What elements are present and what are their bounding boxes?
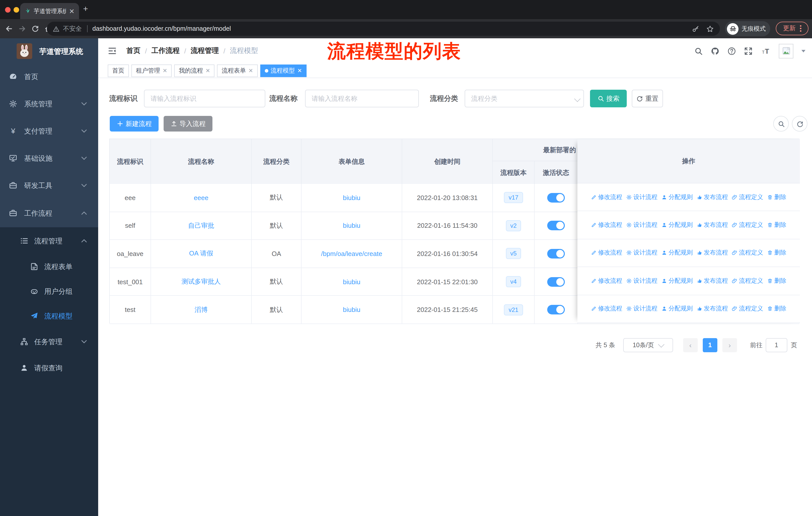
design-process-action[interactable]: 设计流程 (626, 277, 658, 285)
prev-page-button[interactable]: ‹ (683, 338, 698, 352)
tag-my-process[interactable]: 我的流程✕ (174, 64, 214, 77)
new-tab-button[interactable]: + (83, 4, 88, 14)
search-icon[interactable] (694, 47, 703, 55)
toggle-search-button[interactable] (773, 116, 789, 132)
sidebar-item-leave-query[interactable]: 请假查询 (0, 355, 98, 380)
edit-process-action[interactable]: 修改流程 (591, 305, 622, 313)
version-badge[interactable]: v21 (504, 304, 523, 315)
design-process-action[interactable]: 设计流程 (626, 305, 658, 313)
active-toggle[interactable] (547, 277, 565, 287)
tab-close-icon[interactable]: ✕ (69, 8, 75, 15)
macos-minimize-button[interactable] (13, 7, 19, 12)
process-name-link[interactable]: 自己审批 (188, 221, 214, 230)
active-toggle[interactable] (547, 193, 565, 202)
process-definition-action[interactable]: 流程定义 (732, 193, 763, 201)
search-button[interactable]: 搜索 (590, 90, 627, 107)
password-key-icon[interactable] (692, 25, 699, 32)
sidebar-item-task-management[interactable]: 任务管理 (0, 329, 98, 354)
publish-process-action[interactable]: 发布流程 (697, 221, 728, 229)
assign-rule-action[interactable]: 分配规则 (662, 221, 693, 229)
github-icon[interactable] (711, 47, 719, 55)
font-size-icon[interactable] (761, 47, 771, 55)
assign-rule-action[interactable]: 分配规则 (662, 249, 693, 257)
page-size-select[interactable]: 10条/页 (623, 338, 673, 352)
tag-close-icon[interactable]: ✕ (205, 68, 210, 73)
help-icon[interactable] (727, 47, 736, 55)
active-toggle[interactable] (547, 221, 565, 230)
edit-process-action[interactable]: 修改流程 (591, 249, 622, 257)
reload-icon[interactable] (31, 25, 39, 33)
publish-process-action[interactable]: 发布流程 (697, 305, 728, 313)
browser-menu-icon[interactable] (800, 28, 801, 29)
fullscreen-icon[interactable] (744, 47, 753, 55)
process-definition-action[interactable]: 流程定义 (732, 305, 763, 313)
form-link[interactable]: biubiu (343, 278, 360, 286)
address-bar[interactable]: 不安全 dashboard.yudao.iocoder.cn/bpm/manag… (47, 22, 720, 36)
process-name-link[interactable]: OA 请假 (189, 249, 213, 258)
tag-tenant[interactable]: 租户管理✕ (132, 64, 172, 77)
browser-tab[interactable]: 芋道管理系统 ✕ (20, 3, 79, 19)
avatar-caret-icon[interactable] (802, 50, 806, 52)
forward-icon[interactable] (18, 25, 26, 33)
delete-action[interactable]: 删除 (767, 277, 786, 285)
bookmark-star-icon[interactable] (706, 25, 714, 32)
active-toggle[interactable] (547, 305, 565, 315)
publish-process-action[interactable]: 发布流程 (697, 193, 728, 201)
sidebar-item-user-group[interactable]: 用户分组 (0, 279, 98, 304)
sidebar-item-process-model[interactable]: 流程模型 (0, 303, 98, 329)
version-badge[interactable]: v5 (506, 248, 521, 259)
delete-action[interactable]: 删除 (767, 221, 786, 229)
version-badge[interactable]: v4 (506, 276, 521, 287)
process-name-input[interactable] (305, 90, 419, 107)
tag-home[interactable]: 首页 (108, 64, 129, 77)
avatar[interactable] (779, 44, 793, 58)
sidebar-item-infrastructure[interactable]: 基础设施 (0, 145, 98, 172)
publish-process-action[interactable]: 发布流程 (697, 249, 728, 257)
form-link[interactable]: biubiu (343, 222, 360, 229)
macos-close-button[interactable] (5, 7, 10, 12)
category-select[interactable] (465, 90, 584, 107)
process-name-link[interactable]: 测试多审批人 (181, 277, 221, 286)
back-icon[interactable] (5, 25, 13, 33)
reset-button[interactable]: 重置 (632, 90, 663, 107)
version-badge[interactable]: v17 (504, 192, 523, 203)
active-toggle[interactable] (547, 249, 565, 259)
process-id-input[interactable] (144, 90, 265, 107)
process-name-link[interactable]: eeee (194, 194, 208, 201)
delete-action[interactable]: 删除 (767, 305, 786, 313)
breadcrumb-workflow[interactable]: 工作流程 (151, 46, 180, 55)
refresh-table-button[interactable] (792, 116, 808, 132)
sidebar-item-process-form[interactable]: 流程表单 (0, 254, 98, 279)
sidebar-item-devtools[interactable]: 研发工具 (0, 172, 98, 199)
breadcrumb-process-management[interactable]: 流程管理 (191, 46, 219, 55)
form-link[interactable]: /bpm/oa/leave/create (321, 250, 382, 257)
sidebar-item-process-management[interactable]: 流程管理 (0, 228, 98, 253)
form-link[interactable]: biubiu (343, 194, 360, 201)
edit-process-action[interactable]: 修改流程 (591, 221, 622, 229)
process-name-link[interactable]: 滔博 (195, 305, 208, 314)
delete-action[interactable]: 删除 (767, 249, 786, 257)
create-process-button[interactable]: 新建流程 (110, 116, 158, 132)
process-definition-action[interactable]: 流程定义 (732, 277, 763, 285)
tag-process-model[interactable]: 流程模型✕ (260, 64, 306, 77)
sidebar-item-workflow[interactable]: 工作流程 (0, 199, 98, 227)
assign-rule-action[interactable]: 分配规则 (662, 305, 693, 313)
browser-update-button[interactable]: 更新 (776, 22, 809, 35)
import-process-button[interactable]: 导入流程 (164, 116, 212, 132)
edit-process-action[interactable]: 修改流程 (591, 277, 622, 285)
tag-process-form[interactable]: 流程表单✕ (217, 64, 258, 77)
delete-action[interactable]: 删除 (767, 193, 786, 201)
version-badge[interactable]: v2 (506, 220, 521, 231)
tag-close-icon[interactable]: ✕ (249, 68, 253, 73)
next-page-button[interactable]: › (722, 338, 737, 352)
sidebar-item-payment[interactable]: ¥ 支付管理 (0, 117, 98, 145)
design-process-action[interactable]: 设计流程 (626, 221, 658, 229)
sidebar-item-home[interactable]: 首页 (0, 63, 98, 90)
assign-rule-action[interactable]: 分配规则 (662, 193, 693, 201)
process-definition-action[interactable]: 流程定义 (732, 221, 763, 229)
tag-close-icon[interactable]: ✕ (297, 68, 302, 73)
sidebar-item-system[interactable]: 系统管理 (0, 90, 98, 117)
tag-close-icon[interactable]: ✕ (163, 68, 167, 73)
sidebar-fold-icon[interactable] (108, 46, 117, 55)
form-link[interactable]: biubiu (343, 306, 360, 314)
